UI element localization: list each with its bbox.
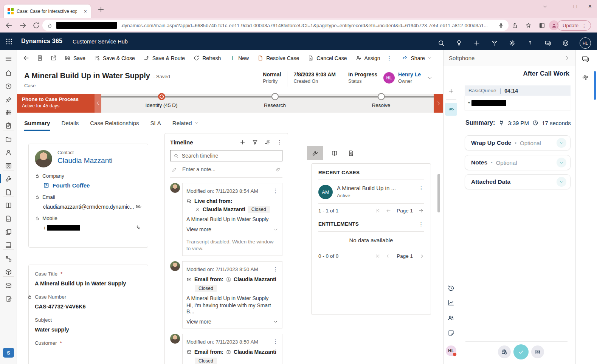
timeline-more-icon[interactable]: ⋮ — [277, 139, 282, 146]
timeline-search-box[interactable] — [170, 150, 282, 161]
sidebar-item-products[interactable] — [5, 268, 12, 276]
browser-menu-icon[interactable]: ⋮ — [581, 23, 587, 29]
sidebar-item-dashboards[interactable] — [5, 108, 12, 116]
window-menu-icon[interactable] — [542, 4, 548, 9]
tab-case-relationships[interactable]: Case Relationships — [90, 120, 139, 131]
next-page-icon[interactable] — [418, 208, 424, 214]
form-back-button[interactable] — [19, 52, 33, 65]
contact-name-link[interactable]: Claudia Mazzanti — [57, 156, 113, 165]
entry-view-more[interactable]: View more — [186, 319, 278, 325]
split-screen-icon[interactable] — [538, 22, 546, 29]
sidebar-item-library[interactable] — [5, 241, 12, 249]
first-page-icon[interactable] — [375, 208, 380, 214]
tab-close-icon[interactable]: × — [84, 8, 87, 14]
refresh-button[interactable] — [32, 21, 40, 29]
call-history-icon[interactable] — [447, 284, 455, 292]
sitemap-toggle-icon[interactable] — [5, 55, 12, 63]
stage-resolve-label[interactable]: Resolve — [372, 102, 391, 108]
refresh-record-button[interactable]: Refresh — [189, 51, 225, 65]
address-bar[interactable]: .dynamics.com/main.aspx?appid=6685b74b-f… — [42, 20, 509, 31]
share-page-icon[interactable] — [511, 22, 518, 29]
help-icon[interactable] — [526, 39, 534, 47]
timeline-entry-livechat[interactable]: Modified on: 7/11/2023 8:54 AM ⋮ Live ch… — [170, 183, 282, 256]
sidebar-item-contracts[interactable] — [5, 215, 12, 223]
browser-update-button[interactable]: Update ⋮ — [557, 20, 591, 31]
notes-section[interactable]: Notes • Optional — [465, 155, 571, 170]
browser-tab[interactable]: Case: Case for Interactive experie × — [4, 5, 91, 18]
sidebar-item-contacts[interactable] — [5, 149, 12, 156]
sidebar-item-knowledge[interactable] — [5, 201, 12, 209]
analytics-icon[interactable] — [447, 299, 455, 307]
company-value-row[interactable]: Fourth Coffee — [43, 182, 142, 189]
agent-avatar[interactable]: HL — [446, 345, 456, 356]
tool-tab-recent-cases[interactable] — [307, 146, 323, 160]
expand-chevron[interactable] — [557, 138, 566, 148]
timeline-entry-email[interactable]: Modified on: 7/11/2023 8:50 AM ⋮ Email f… — [170, 334, 282, 364]
quick-create-icon[interactable] — [473, 39, 481, 47]
process-scroll-right[interactable] — [434, 94, 443, 113]
complete-acw-button[interactable] — [513, 344, 529, 359]
sidebar-item-drafts[interactable] — [5, 295, 12, 303]
contact-photo-avatar[interactable] — [35, 150, 52, 167]
entry-subject[interactable]: A Mineral Build Up in Water Supply — [186, 216, 278, 222]
timeline-search-input[interactable] — [182, 153, 279, 159]
sidebar-item-case-docs[interactable] — [5, 188, 12, 196]
tool-tab-search-articles[interactable] — [343, 146, 359, 160]
window-minimize-icon[interactable]: – — [559, 3, 562, 9]
next-page-icon[interactable] — [418, 253, 424, 259]
recent-case-row[interactable]: AM A Mineral Build Up in ... Active ⋮ — [318, 185, 424, 199]
save-close-button[interactable]: Save & Close — [90, 51, 139, 65]
plugin-icon[interactable] — [581, 74, 589, 81]
form-selector-icon[interactable] — [33, 52, 47, 65]
favorite-star-icon[interactable] — [525, 22, 532, 29]
filter-icon[interactable] — [491, 39, 498, 47]
collapse-panel-icon[interactable] — [564, 55, 570, 61]
resolve-case-button[interactable]: Resolve Case — [253, 51, 303, 65]
assign-button[interactable]: Assign — [351, 51, 385, 65]
active-call-session-button[interactable] — [445, 103, 457, 116]
sidebar-item-pinned[interactable] — [5, 96, 12, 104]
new-tab-button[interactable] — [97, 5, 105, 14]
user-avatar[interactable]: HL — [580, 37, 591, 49]
search-icon[interactable] — [437, 39, 445, 47]
notes-icon[interactable] — [447, 329, 455, 337]
tab-sla[interactable]: SLA — [150, 120, 161, 131]
tool-tab-knowledge[interactable] — [326, 146, 342, 160]
mobile-value-row[interactable]: + — [43, 225, 142, 231]
vertical-scrollbar[interactable] — [437, 174, 440, 212]
entry-person[interactable]: Claudia Mazzanti — [234, 276, 276, 282]
sidebar-item-accounts[interactable] — [5, 162, 12, 170]
contacts-icon[interactable] — [447, 314, 455, 322]
panel-scrollbar[interactable] — [594, 71, 596, 100]
timeline-note-row[interactable]: Enter a note... — [170, 166, 282, 172]
sidebar-item-activities[interactable] — [5, 122, 12, 130]
owner-value[interactable]: Henry Le — [398, 71, 421, 77]
sidebar-item-recent[interactable] — [5, 82, 12, 90]
subject-value[interactable]: Water supply — [35, 327, 142, 333]
forward-button[interactable] — [19, 21, 27, 29]
tab-details[interactable]: Details — [61, 120, 79, 131]
schedule-callback-button[interactable] — [498, 345, 511, 358]
settings-gear-icon[interactable] — [509, 39, 516, 47]
process-scroll-left[interactable] — [95, 94, 101, 113]
window-maximize-icon[interactable]: □ — [574, 3, 577, 9]
note-placeholder[interactable]: Enter a note... — [182, 166, 275, 172]
save-route-button[interactable]: Save & Route — [139, 51, 189, 65]
skip-acw-button[interactable] — [531, 345, 544, 358]
waffle-icon[interactable] — [5, 37, 13, 46]
stage-identify-label[interactable]: Identify (45 D) — [146, 102, 178, 108]
entry-person[interactable]: Claudia Mazzanti — [203, 206, 245, 212]
stage-research-node[interactable] — [271, 93, 279, 100]
lightbulb-icon[interactable] — [455, 39, 463, 47]
recent-case-title[interactable]: A Mineral Build Up in ... — [337, 185, 396, 191]
row-more-icon[interactable]: ⋮ — [419, 185, 424, 199]
entry-person[interactable]: Claudia Mazzanti — [234, 349, 276, 355]
expand-chevron[interactable] — [557, 158, 566, 167]
sidebar-item-email-templates[interactable] — [5, 282, 12, 290]
entitlements-more-icon[interactable]: ⋮ — [419, 221, 424, 227]
save-button[interactable]: Save — [60, 51, 90, 65]
owner-field[interactable]: HL Henry Le Owner — [383, 71, 421, 84]
previous-page-icon[interactable] — [386, 208, 391, 214]
attach-icon[interactable] — [275, 167, 281, 172]
company-value-link[interactable]: Fourth Coffee — [53, 182, 90, 189]
